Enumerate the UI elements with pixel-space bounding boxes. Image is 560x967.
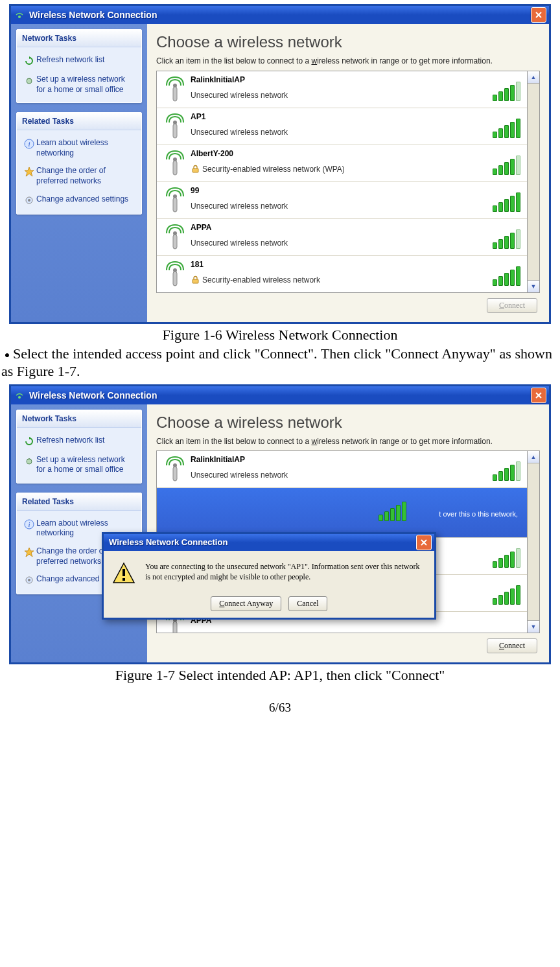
svg-rect-27 <box>173 467 177 481</box>
network-item[interactable]: AlbertY-200Security-enabled wireless net… <box>157 145 527 182</box>
titlebar[interactable]: Wireless Network Connection <box>11 6 549 24</box>
page-number: 6/63 <box>0 701 560 715</box>
wifi-graphic-icon <box>159 149 191 178</box>
security-label: Unsecured wireless network <box>191 91 491 100</box>
change-adv-link[interactable]: Change advanced settings <box>19 191 139 210</box>
network-item[interactable]: 99Unsecured wireless network <box>157 182 527 219</box>
network-item[interactable]: RalinkInitialAPUnsecured wireless networ… <box>157 451 527 488</box>
scroll-up-button[interactable]: ▲ <box>528 71 539 84</box>
refresh-icon <box>22 436 36 447</box>
svg-rect-14 <box>173 198 177 212</box>
wifi-graphic-icon <box>159 186 191 215</box>
bullet-text: ●Select the intended access point and cl… <box>1 345 552 380</box>
svg-rect-11 <box>173 161 177 175</box>
scroll-down-button[interactable]: ▼ <box>528 620 539 633</box>
setup-link[interactable]: Set up a wireless network for a home or … <box>19 71 139 99</box>
title-text: Wireless Network Connection <box>27 390 531 401</box>
gear-icon <box>22 574 36 586</box>
network-item[interactable]: APPAUnsecured wireless network <box>157 219 527 256</box>
caption-1: Figure 1-6 Wireless Network Connection <box>0 327 560 344</box>
connect-anyway-button[interactable]: Connect Anyway <box>211 596 281 611</box>
scrollbar[interactable]: ▲ ▼ <box>528 71 540 293</box>
dialog-message: You are connecting to the unsecured netw… <box>145 561 426 582</box>
signal-icon <box>377 502 408 524</box>
signal-icon <box>491 223 522 251</box>
warning-icon <box>111 561 136 586</box>
signal-icon <box>491 186 522 215</box>
svg-point-21 <box>27 459 32 464</box>
setup-link[interactable]: Set up a wireless network for a home or … <box>19 451 139 479</box>
dialog-titlebar[interactable]: Wireless Network Connection <box>104 534 434 551</box>
close-button[interactable] <box>531 7 546 23</box>
wifi-icon <box>14 390 25 401</box>
wifi-icon <box>14 9 25 21</box>
network-item[interactable]: AP1Unsecured wireless network <box>157 108 527 145</box>
svg-rect-34 <box>173 622 177 633</box>
ssid-label: RalinkInitialAP <box>191 75 491 84</box>
dialog-close-button[interactable] <box>416 535 432 550</box>
svg-rect-16 <box>173 235 177 249</box>
security-label: Security-enabled wireless network (WPA) <box>191 165 491 174</box>
network-item[interactable]: 181Security-enabled wireless network <box>157 256 527 292</box>
main-heading: Choose a wireless network <box>156 33 540 51</box>
cancel-button[interactable]: Cancel <box>288 596 327 611</box>
security-label: Unsecured wireless network <box>191 128 491 137</box>
wifi-graphic-icon <box>159 223 191 251</box>
setup-icon <box>22 455 36 467</box>
warning-dialog: Wireless Network Connection You are conn… <box>102 532 436 620</box>
network-item[interactable]: RalinkInitialAPUnsecured wireless networ… <box>157 71 527 108</box>
network-tasks-panel: Network Tasks Refresh network list Set u… <box>16 29 142 103</box>
related-tasks-panel: Related Tasks i Learn about wireless net… <box>16 112 142 214</box>
wifi-graphic-icon <box>159 455 191 484</box>
signal-icon <box>491 542 522 570</box>
info-icon: i <box>22 138 36 150</box>
related-tasks-header: Related Tasks <box>17 113 141 130</box>
learn-link[interactable]: i Learn about wireless networking <box>19 134 139 162</box>
main-heading: Choose a wireless network <box>156 414 540 432</box>
wnc-window-2: Wireless Network Connection Network Task… <box>9 384 551 665</box>
change-order-link[interactable]: Change the order of preferred networks <box>19 162 139 190</box>
scrollbar[interactable]: ▲ ▼ <box>528 450 540 633</box>
connect-button[interactable]: Connect <box>487 298 537 313</box>
close-button[interactable] <box>531 388 546 403</box>
signal-icon <box>491 579 522 607</box>
svg-rect-9 <box>173 124 177 138</box>
lock-icon <box>191 275 200 285</box>
security-label: Unsecured wireless network <box>191 239 491 248</box>
signal-icon <box>491 112 522 141</box>
network-item-selected[interactable]: t over this o this network, <box>157 488 527 538</box>
svg-text:i: i <box>28 520 30 528</box>
ssid-label: AlbertY-200 <box>191 149 491 158</box>
signal-icon <box>491 75 522 104</box>
network-list[interactable]: RalinkInitialAPUnsecured wireless networ… <box>156 71 528 293</box>
security-label: Security-enabled wireless network <box>191 275 491 285</box>
scroll-down-button[interactable]: ▼ <box>528 280 539 292</box>
caption-2: Figure 1-7 Select intended AP: AP1, then… <box>0 667 560 684</box>
dialog-title: Wireless Network Connection <box>106 537 416 547</box>
svg-text:i: i <box>28 140 30 148</box>
star-icon <box>22 166 36 178</box>
star-icon <box>22 546 36 558</box>
info-icon: i <box>22 518 36 530</box>
signal-icon <box>491 260 522 288</box>
scroll-up-button[interactable]: ▲ <box>528 451 539 463</box>
svg-rect-36 <box>122 578 125 581</box>
ssid-label: 99 <box>191 186 491 195</box>
ssid-label: RalinkInitialAP <box>191 455 491 464</box>
wifi-graphic-icon <box>159 260 191 288</box>
titlebar[interactable]: Wireless Network Connection <box>11 386 549 404</box>
wnc-window-1: Wireless Network Connection Network Task… <box>9 4 551 324</box>
ssid-label: AP1 <box>191 112 491 121</box>
signal-icon <box>491 149 522 178</box>
refresh-link[interactable]: Refresh network list <box>19 432 139 451</box>
close-icon <box>535 391 542 399</box>
sidebar: Network Tasks Refresh network list Set u… <box>11 24 147 322</box>
refresh-link[interactable]: Refresh network list <box>19 51 139 71</box>
close-icon <box>420 539 428 546</box>
svg-rect-18 <box>173 272 177 286</box>
wifi-graphic-icon <box>159 112 191 141</box>
main-subtext: Click an item in the list below to conne… <box>156 56 540 67</box>
svg-point-5 <box>28 199 30 202</box>
svg-point-0 <box>18 16 21 18</box>
connect-button[interactable]: Connect <box>487 638 537 653</box>
